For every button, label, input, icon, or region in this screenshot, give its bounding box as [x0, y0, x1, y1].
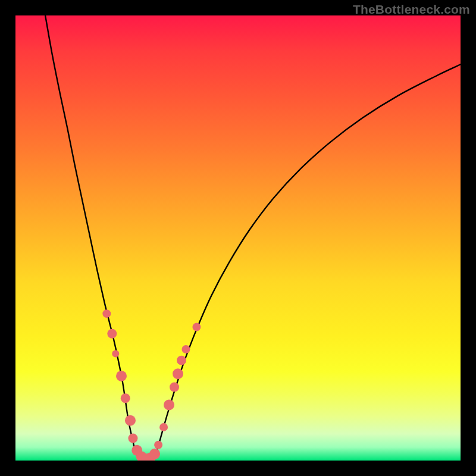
- curve-layer: [15, 15, 461, 461]
- data-marker: [192, 323, 201, 331]
- data-marker: [107, 329, 117, 339]
- bottleneck-curve: [45, 15, 461, 459]
- data-marker: [125, 415, 136, 426]
- marker-group: [102, 309, 201, 461]
- data-marker: [159, 423, 168, 431]
- plot-area: [15, 15, 461, 461]
- data-marker: [177, 356, 186, 365]
- data-marker: [149, 449, 160, 459]
- data-marker: [102, 309, 111, 318]
- data-marker: [121, 393, 130, 403]
- data-marker: [128, 434, 137, 443]
- chart-stage: TheBottleneck.com: [0, 0, 476, 476]
- data-marker: [181, 345, 190, 353]
- data-marker: [116, 371, 127, 381]
- data-marker: [173, 368, 183, 379]
- watermark-text: TheBottleneck.com: [353, 2, 470, 17]
- data-marker: [112, 350, 119, 357]
- data-marker: [164, 400, 174, 411]
- data-marker: [154, 441, 162, 449]
- data-marker: [170, 383, 179, 392]
